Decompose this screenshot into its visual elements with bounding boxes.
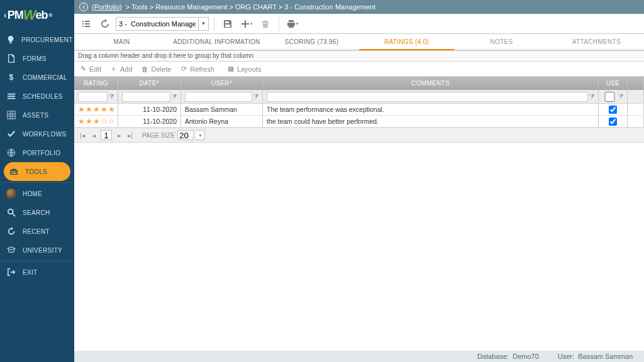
- list-view-icon[interactable]: [78, 16, 94, 31]
- plus-icon: ＋: [110, 65, 118, 73]
- breadcrumb-root-link[interactable]: (Portfolio): [92, 3, 122, 11]
- table-row[interactable]: ★★★☆☆11-10-2020Antonio Reynathe team cou…: [74, 116, 644, 128]
- star-icon: ★: [93, 118, 100, 125]
- add-icon[interactable]: ▾: [238, 16, 255, 31]
- pager-last-icon[interactable]: ▸|: [126, 132, 135, 139]
- tab-ratings-[interactable]: RATINGS (4.0): [359, 34, 454, 50]
- sidebar-item-label: PROCUREMENT: [21, 36, 73, 43]
- tab-scoring-[interactable]: SCORING (73.96): [264, 34, 359, 50]
- col-date[interactable]: DATE*: [118, 77, 181, 89]
- page-size-input[interactable]: [177, 130, 194, 140]
- svg-text:$: $: [9, 73, 13, 82]
- sidebar-item-schedules[interactable]: SCHEDULES: [0, 87, 74, 106]
- sidebar-item-forms[interactable]: FORMS: [0, 49, 74, 68]
- sidebar-item-label: SCHEDULES: [23, 93, 63, 100]
- star-icon: ☆: [101, 118, 108, 125]
- grid-toolbar: ✎Edit ＋Add 🗑Delete ⟳Refresh ▦Layouts: [74, 62, 644, 77]
- logo-text: PM: [8, 9, 23, 22]
- add-button[interactable]: ＋Add: [110, 65, 133, 73]
- tab-main[interactable]: MAIN: [74, 34, 169, 50]
- cell-comments: The team performance was exceptional.: [263, 104, 599, 115]
- sidebar-item-recent[interactable]: RECENT: [0, 222, 74, 241]
- page-size-label: PAGE SIZE: [142, 132, 175, 139]
- pencil-icon: ✎: [79, 65, 87, 73]
- col-use[interactable]: USE: [599, 77, 628, 89]
- sidebar-item-label: SEARCH: [23, 209, 50, 216]
- print-icon[interactable]: ▾: [284, 16, 301, 31]
- pager-prev-icon[interactable]: ◂: [89, 132, 98, 139]
- layouts-button[interactable]: ▦Layouts: [227, 65, 262, 73]
- group-hint: Drag a column header and drop it here to…: [74, 50, 644, 62]
- pager-page-input[interactable]: [101, 130, 112, 140]
- main: i (Portfolio) > Tools > Resource Managem…: [74, 0, 644, 362]
- star-icon: ★: [78, 118, 85, 125]
- avatar-icon: [6, 189, 16, 199]
- sidebar-item-workflows[interactable]: WORKFLOWS: [0, 124, 74, 143]
- col-user[interactable]: USER*: [181, 77, 263, 89]
- tab-notes[interactable]: NOTES: [454, 34, 549, 50]
- star-icon: ☆: [108, 118, 115, 125]
- dropdown-icon[interactable]: ▼: [198, 18, 208, 30]
- tab-additional-information[interactable]: ADDITIONAL INFORMATION: [169, 34, 264, 50]
- svg-rect-1: [8, 111, 15, 119]
- sidebar-item-university[interactable]: UNIVERSITY: [0, 241, 74, 260]
- funnel-icon[interactable]: ⧩: [253, 93, 258, 101]
- refresh-icon: ⟳: [180, 65, 187, 73]
- filter-user[interactable]: [185, 92, 252, 102]
- tab-attachments[interactable]: ATTACHMENTS: [549, 34, 644, 50]
- filter-comments[interactable]: [267, 92, 588, 102]
- nav: PROCUREMENTFORMS$COMMERCIALSCHEDULESASSE…: [0, 30, 74, 362]
- status-db-label: Database:: [477, 353, 509, 360]
- search-icon: [6, 207, 16, 217]
- pager-first-icon[interactable]: |◂: [78, 132, 87, 139]
- filter-use[interactable]: [602, 92, 617, 102]
- col-rating[interactable]: RATING: [74, 77, 118, 89]
- dollar-icon: $: [6, 72, 16, 82]
- filter-rating[interactable]: [78, 92, 108, 102]
- collapse-sidebar-icon[interactable]: ‹: [4, 10, 6, 20]
- history-icon[interactable]: [97, 16, 113, 31]
- funnel-icon[interactable]: ⧩: [618, 93, 623, 101]
- use-checkbox[interactable]: [609, 118, 617, 126]
- trash-icon: 🗑: [142, 65, 149, 73]
- sidebar-item-assets[interactable]: ASSETS: [0, 106, 74, 124]
- globe-icon: [6, 148, 16, 158]
- sidebar-item-portfolio[interactable]: PORTFOLIO: [0, 143, 74, 162]
- star-icon: ★: [93, 106, 100, 113]
- sidebar-item-label: ASSETS: [23, 112, 48, 119]
- sidebar-item-label: UNIVERSITY: [23, 247, 62, 254]
- star-icon: ★: [101, 106, 108, 113]
- sidebar-item-home[interactable]: HOME: [0, 184, 74, 203]
- use-checkbox[interactable]: [609, 106, 617, 114]
- record-selector-input[interactable]: [116, 20, 198, 28]
- delete-icon[interactable]: [257, 16, 274, 31]
- page-size-dropdown-icon[interactable]: ▼: [196, 130, 205, 140]
- sidebar-item-label: WORKFLOWS: [23, 131, 66, 138]
- svg-point-3: [8, 209, 13, 214]
- delete-button[interactable]: 🗑Delete: [142, 65, 172, 73]
- sidebar-item-procurement[interactable]: PROCUREMENT: [0, 30, 74, 49]
- edit-button[interactable]: ✎Edit: [79, 65, 101, 73]
- record-selector[interactable]: ▼: [116, 17, 209, 31]
- pager-next-icon[interactable]: ▸: [114, 132, 123, 139]
- cell-date: 11-10-2020: [118, 104, 181, 115]
- app-logo: ‹ PMWeb®: [0, 0, 74, 30]
- table-row[interactable]: ★★★★★11-10-2020Bassam SammanThe team per…: [74, 104, 644, 116]
- save-icon[interactable]: [219, 16, 236, 31]
- cell-date: 11-10-2020: [118, 116, 181, 127]
- sidebar-item-commercial[interactable]: $COMMERCIAL: [0, 68, 74, 87]
- funnel-icon[interactable]: ⧩: [172, 93, 177, 101]
- funnel-icon[interactable]: ⧩: [109, 93, 114, 101]
- info-icon[interactable]: i: [79, 3, 88, 11]
- funnel-icon[interactable]: ⧩: [589, 93, 594, 101]
- filter-date[interactable]: [122, 92, 170, 102]
- layouts-icon: ▦: [227, 65, 235, 73]
- col-comments[interactable]: COMMENTS: [263, 77, 599, 89]
- sidebar-item-search[interactable]: SEARCH: [0, 203, 74, 222]
- sidebar-item-exit[interactable]: EXIT: [0, 263, 74, 282]
- cell-comments: the team could have better performed.: [263, 116, 599, 127]
- refresh-button[interactable]: ⟳Refresh: [180, 65, 214, 73]
- col-tail: [628, 77, 644, 89]
- sidebar-item-tools[interactable]: TOOLS: [4, 162, 70, 181]
- grid-header: RATING DATE* USER* COMMENTS USE: [74, 77, 644, 90]
